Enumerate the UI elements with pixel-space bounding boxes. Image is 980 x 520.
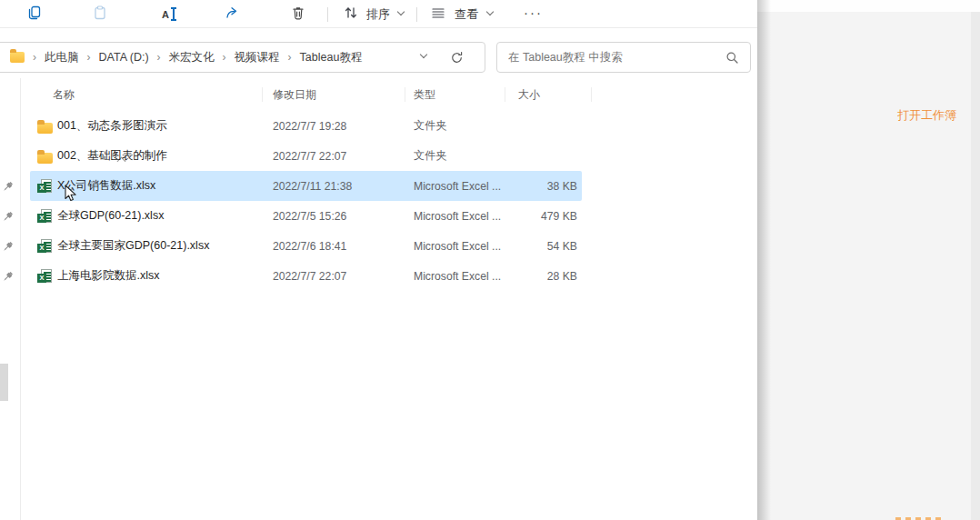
share-button[interactable] [222, 4, 244, 25]
search-input[interactable] [508, 44, 717, 71]
file-row[interactable]: X 上海电影院数据.xlsx 2022/7/7 22:07 Microsoft … [30, 261, 582, 291]
explorer-command-bar: A 排序 [0, 0, 757, 28]
toolbar-divider [416, 7, 417, 22]
file-name: 上海电影院数据.xlsx [57, 268, 273, 284]
file-size: 38 KB [514, 180, 577, 193]
trash-icon [291, 5, 305, 24]
file-row[interactable]: X X公司销售数据.xlsx 2022/7/11 21:38 Microsoft… [30, 171, 582, 201]
column-header-type[interactable]: 类型 [414, 82, 435, 107]
column-header-date[interactable]: 修改日期 [273, 82, 316, 107]
file-date: 2022/7/7 19:28 [273, 120, 414, 133]
file-row[interactable]: 002、基础图表的制作 2022/7/7 22:07 文件夹 [30, 141, 582, 171]
excel-icon: X [37, 239, 57, 254]
file-name: 002、基础图表的制作 [57, 148, 273, 164]
search-box [496, 42, 751, 73]
excel-icon: X [37, 179, 57, 194]
file-type: 文件夹 [414, 118, 514, 134]
file-date: 2022/7/5 15:26 [273, 210, 414, 223]
file-list: 001、动态条形图演示 2022/7/7 19:28 文件夹 002、基础图表的… [30, 111, 582, 291]
file-date: 2022/7/6 18:41 [273, 240, 414, 253]
tableau-right-edge [971, 12, 980, 520]
file-date: 2022/7/7 22:07 [273, 150, 414, 163]
file-name: 全球主要国家GDP(60-21).xlsx [57, 238, 273, 254]
mouse-cursor [65, 185, 77, 206]
copy-button[interactable] [24, 4, 45, 25]
tableau-start-page: 打开工作簿 [757, 0, 980, 520]
breadcrumb-item-drive[interactable]: DATA (D:) [99, 51, 149, 64]
more-options-button[interactable]: ··· [524, 0, 543, 28]
file-type: Microsoft Excel ... [414, 210, 514, 223]
folder-icon [37, 119, 57, 134]
file-row[interactable]: X 全球主要国家GDP(60-21).xlsx 2022/7/6 18:41 M… [30, 231, 582, 261]
pinned-icon [2, 240, 15, 253]
pinned-icon [2, 270, 15, 283]
nav-scrollbar-thumb[interactable] [0, 364, 8, 401]
share-icon [225, 5, 240, 24]
column-divider [505, 87, 505, 102]
file-name: X公司销售数据.xlsx [57, 178, 273, 194]
column-divider [591, 87, 592, 102]
file-name: 001、动态条形图演示 [57, 118, 273, 134]
address-bar[interactable]: › 此电脑 › DATA (D:) › 米宏文化 › 视频课程 › Tablea… [0, 42, 485, 73]
paste-button[interactable] [89, 4, 111, 25]
open-workbook-link[interactable]: 打开工作簿 [897, 107, 956, 124]
search-icon [725, 51, 739, 68]
file-type: Microsoft Excel ... [414, 270, 514, 283]
rename-button[interactable]: A [155, 4, 176, 25]
folder-icon [37, 149, 57, 164]
breadcrumb-item-video-course[interactable]: 视频课程 [235, 50, 280, 65]
column-divider [262, 87, 263, 102]
file-type: Microsoft Excel ... [414, 240, 514, 253]
file-row[interactable]: X 全球GDP(60-21).xlsx 2022/7/5 15:26 Micro… [30, 201, 582, 231]
pinned-icon [2, 210, 15, 223]
rename-icon: A [158, 8, 173, 21]
pinned-icon [2, 180, 15, 193]
copy-icon [27, 5, 42, 24]
view-icon [431, 5, 445, 24]
excel-icon: X [37, 209, 57, 224]
address-row: › 此电脑 › DATA (D:) › 米宏文化 › 视频课程 › Tablea… [0, 42, 757, 73]
breadcrumb-separator: › [87, 51, 91, 64]
breadcrumb-separator: › [157, 51, 161, 64]
screen: A 排序 [0, 0, 980, 520]
breadcrumb-separator: › [223, 51, 226, 64]
breadcrumb-item-mihong[interactable]: 米宏文化 [169, 50, 215, 65]
nav-pane-divider [20, 78, 21, 520]
sort-chevron-icon [397, 8, 405, 15]
sort-button[interactable] [340, 4, 362, 25]
file-size: 28 KB [514, 270, 577, 283]
folder-icon [10, 52, 25, 63]
view-chevron-icon [486, 8, 494, 15]
view-label[interactable]: 查看 [455, 0, 478, 28]
column-header-size[interactable]: 大小 [518, 82, 540, 107]
file-date: 2022/7/7 22:07 [273, 270, 414, 283]
window-shadow [757, 0, 771, 520]
refresh-icon[interactable] [450, 51, 464, 68]
file-row[interactable]: 001、动态条形图演示 2022/7/7 19:28 文件夹 [30, 111, 582, 141]
file-date: 2022/7/11 21:38 [273, 180, 414, 193]
file-type: Microsoft Excel ... [414, 180, 514, 193]
tableau-top-strip [757, 0, 980, 12]
breadcrumb-separator: › [33, 51, 36, 64]
view-button[interactable] [427, 4, 449, 25]
address-dropdown-chevron-icon[interactable] [420, 51, 427, 58]
toolbar-divider [327, 7, 328, 22]
file-size: 479 KB [514, 210, 577, 223]
sort-icon [344, 5, 358, 24]
file-explorer-window: A 排序 [0, 0, 757, 520]
breadcrumb-item-this-pc[interactable]: 此电脑 [45, 50, 79, 65]
file-list-header: 名称 修改日期 类型 大小 [0, 82, 757, 107]
file-size: 54 KB [514, 240, 577, 253]
file-type: 文件夹 [414, 148, 514, 164]
paste-icon [93, 5, 107, 24]
delete-button[interactable] [287, 4, 309, 25]
column-header-name[interactable]: 名称 [53, 82, 75, 107]
excel-icon: X [37, 269, 57, 284]
sort-label[interactable]: 排序 [366, 0, 390, 28]
breadcrumb-item-tableau[interactable]: Tableau教程 [300, 50, 363, 65]
breadcrumb-separator: › [288, 51, 292, 64]
file-name: 全球GDP(60-21).xlsx [57, 208, 273, 224]
column-divider [405, 87, 405, 102]
